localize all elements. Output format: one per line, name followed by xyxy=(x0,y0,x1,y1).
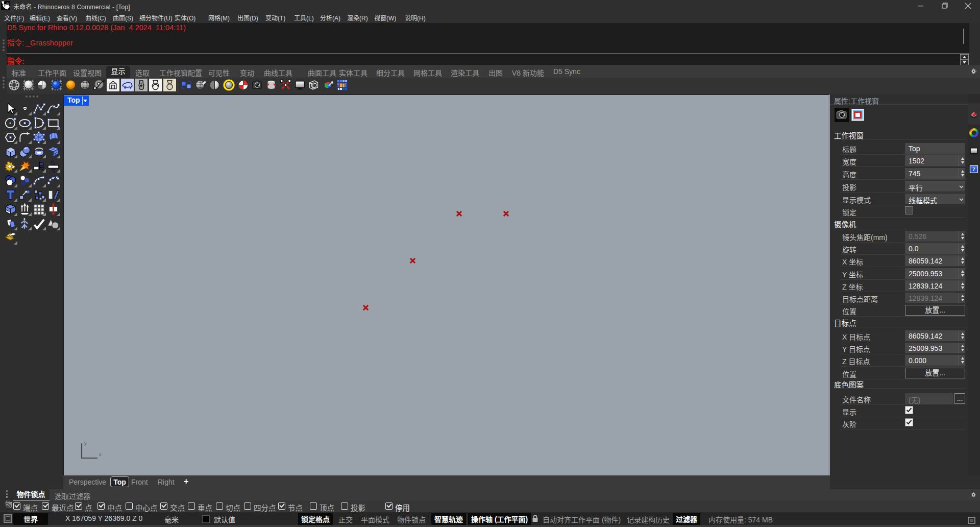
svg-text:x: x xyxy=(99,452,102,457)
svg-text:8: 8 xyxy=(7,2,9,6)
svg-text:y: y xyxy=(84,442,87,446)
svg-text:?: ? xyxy=(972,166,975,172)
